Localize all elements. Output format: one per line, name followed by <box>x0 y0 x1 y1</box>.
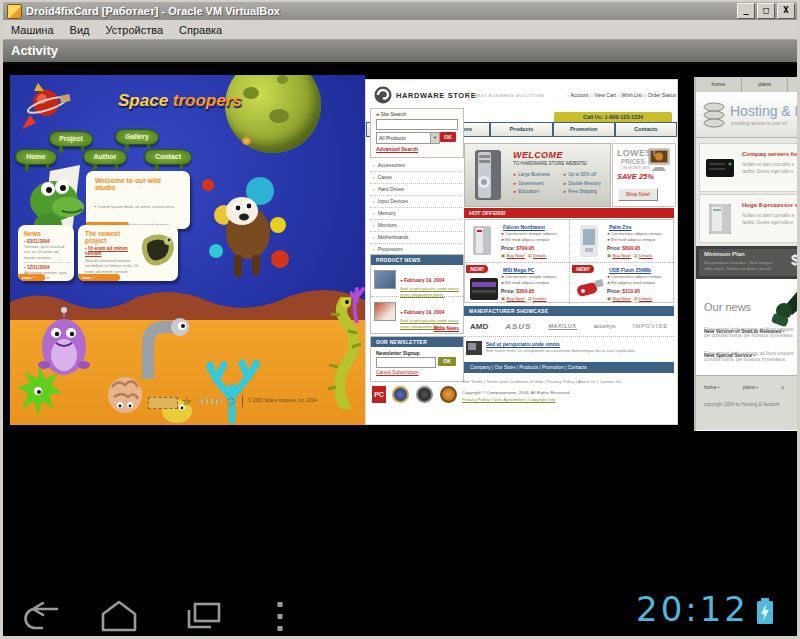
product-card-usb[interactable]: NEW! USB Flash 256Mb ►Consectetur adipis… <box>571 264 675 304</box>
product-card-msi[interactable]: NEW! MSI Mega PC ►Consectetur tempor adi… <box>465 264 569 304</box>
space-site-logo[interactable]: Space troopers <box>118 91 242 111</box>
store-logo-text[interactable]: HARDWARE STORE <box>396 91 476 100</box>
plan-line2: nibh turpis. Nullam et diam convall <box>704 266 788 271</box>
welcome-bullet-6: ► Free Shipping <box>563 188 601 197</box>
account-link[interactable]: Account <box>570 92 588 98</box>
buy-now-link[interactable]: Buy Now! <box>612 253 631 258</box>
space-troopers-thumbnail[interactable]: Space troopers Project Gallery Home Auth… <box>10 75 365 425</box>
newsletter-label: Newsletter Signup <box>371 347 463 356</box>
category-cases[interactable]: ›Cases <box>370 172 462 184</box>
cancel-subscription-link[interactable]: Cancel Subscription <box>376 370 419 375</box>
back-button[interactable] <box>19 602 61 632</box>
maximize-button[interactable]: □ <box>757 3 775 19</box>
hosting-article-1-line1: Nullam et diam convallis e <box>742 162 797 168</box>
hosting-header: Hosting & Net providing access to your i… <box>696 92 797 138</box>
store-footer-links[interactable]: Site Terms | Terms and Conditions of Sal… <box>462 379 621 384</box>
hosting-footer-plans[interactable]: plans <box>743 384 755 390</box>
hosting-footer-cut[interactable]: c <box>782 384 785 390</box>
home-button[interactable] <box>99 600 139 632</box>
product-name[interactable]: Palm Zire <box>609 224 632 230</box>
shop-now-button[interactable]: Shop Now! <box>618 188 658 201</box>
product-card-falcon[interactable]: Falcon Northwest ►Consectetur tempor adi… <box>465 221 569 261</box>
brand-logos: AMD ASUS MAXILUX accelrys IMPOVISE <box>464 319 674 333</box>
space-nav-gallery[interactable]: Gallery <box>115 129 159 145</box>
store-footer-links2[interactable]: Privacy Policy | User Agreement | Copyri… <box>462 397 556 402</box>
buy-now-link[interactable]: Buy Now! <box>506 253 525 258</box>
newsletter-input[interactable] <box>376 357 436 368</box>
logo-word-space: Space <box>118 91 168 110</box>
news-link-a[interactable]: Sed ut perspiciatis unde natus error vol… <box>400 286 460 297</box>
welcome-bullet-1: ► Large Business <box>513 171 550 180</box>
space-nav-project[interactable]: Project <box>49 131 93 147</box>
hardware-store-thumbnail[interactable]: HARDWARE STORE BEST BUSINESS SOLUTIONS ›… <box>365 79 678 425</box>
welcome-title: Welcome to our wild studio <box>95 177 183 191</box>
hosting-tab-plans[interactable]: plans <box>742 77 788 92</box>
rack-server-image <box>705 203 735 235</box>
brand-asus: ASUS <box>505 322 531 331</box>
product-card-palm[interactable]: Palm Zire ►Consectetur adipisci tempo ►E… <box>571 221 675 261</box>
category-accessories[interactable]: ›Accessories <box>370 160 462 172</box>
details-link[interactable]: Details <box>533 253 546 258</box>
tab-promotion[interactable]: Promotion <box>554 123 614 136</box>
hosting-footer-home[interactable]: home <box>704 384 717 390</box>
menu-overflow-button[interactable] <box>275 600 285 634</box>
wish-list-link[interactable]: Wish List <box>622 92 642 98</box>
newsletter-ok-button[interactable]: OK <box>438 357 456 366</box>
buy-now-link[interactable]: Buy Now! <box>612 296 631 301</box>
minimize-button[interactable]: _ <box>737 3 755 19</box>
brand-accelrys: accelrys <box>594 323 616 329</box>
search-ok-button[interactable]: OK <box>440 132 456 142</box>
order-status-link[interactable]: Order Status <box>648 92 676 98</box>
menu-item-view[interactable]: Вид <box>70 24 90 36</box>
compaq-server-image <box>705 156 735 180</box>
close-button[interactable]: X <box>777 3 795 19</box>
hosting-tab-home[interactable]: home <box>696 77 742 92</box>
bottom-news-link[interactable]: Sed ut perspiciatis unde omnis <box>486 341 560 347</box>
hosting-title: Hosting & Net <box>730 103 797 119</box>
product-name[interactable]: USB Flash 256Mb <box>609 267 651 273</box>
title-bar[interactable]: Droid4fixCard [Работает] - Oracle VM Vir… <box>3 2 797 20</box>
details-link[interactable]: Details <box>639 253 652 258</box>
promo-box[interactable]: LOWEST PRICES ON MONITORS SAVE 25% Shop … <box>612 143 676 207</box>
project-link[interactable]: Ut enim ad minim veniam <box>85 246 128 256</box>
category-input-devices[interactable]: ›Input Devices <box>370 196 462 208</box>
chevron-down-icon: ▼ <box>430 133 439 143</box>
newsletter-header: OUR NEWSLETTER <box>371 337 463 347</box>
category-memory[interactable]: ›Memory <box>370 208 462 220</box>
category-hard-drives[interactable]: ›Hard Drives <box>370 184 462 196</box>
search-input[interactable] <box>376 119 458 130</box>
footer-star2-icon: ✩ <box>226 394 237 409</box>
project-text: Sed do eiusmod tempor incididunt ut labo… <box>85 258 142 274</box>
category-monitors[interactable]: ›Monitors <box>370 220 462 232</box>
cyan-coral-illustration <box>202 357 262 423</box>
hosting-article-2-title[interactable]: Huge 8-processor ser <box>742 202 797 208</box>
hosting-thumbnail[interactable]: home plans Hosting & Net providing acces… <box>694 77 797 431</box>
product-name[interactable]: Falcon Northwest <box>503 224 545 230</box>
tab-products[interactable]: Products <box>491 123 551 136</box>
plan-title[interactable]: Minimum Plan <box>704 251 794 257</box>
tab-contacts[interactable]: Contacts <box>616 123 676 136</box>
recent-apps-button[interactable] <box>183 602 223 630</box>
category-motherboards[interactable]: ›Motherboards <box>370 232 462 244</box>
call-us-banner: Call Us: 1-800-123-1234 <box>554 112 672 122</box>
more-news-link[interactable]: More News <box>434 326 459 331</box>
menu-item-devices[interactable]: Устройства <box>105 24 163 36</box>
welcome-heading: WELCOME <box>513 150 563 160</box>
space-nav-contact[interactable]: Contact <box>144 149 192 165</box>
details-link[interactable]: Details <box>639 296 652 301</box>
green-spiky-character <box>18 367 62 421</box>
product-name[interactable]: MSI Mega PC <box>503 267 534 273</box>
news-date-a: February 19, 2004 <box>404 278 445 283</box>
advanced-search-link[interactable]: Advanced Search <box>376 146 418 152</box>
menu-item-help[interactable]: Справка <box>179 24 222 36</box>
details-link[interactable]: Details <box>533 296 546 301</box>
hosting-article-1-title[interactable]: Compaq servers for L <box>742 151 797 157</box>
news-panel: News ▪ 03/11/2004 Veniam, quis nostrud: … <box>18 225 74 281</box>
store-footer-nav[interactable]: Company | Our Store | Products | Promoti… <box>464 362 674 373</box>
menu-item-machine[interactable]: Машина <box>11 24 54 36</box>
search-category-select[interactable]: All Products ▼ <box>376 132 440 144</box>
hosting-tab-extra[interactable] <box>788 77 797 92</box>
view-cart-link[interactable]: View Cart <box>594 92 616 98</box>
buy-now-link[interactable]: Buy Now! <box>506 296 525 301</box>
store-tagline: BEST BUSINESS SOLUTIONS <box>474 93 545 98</box>
